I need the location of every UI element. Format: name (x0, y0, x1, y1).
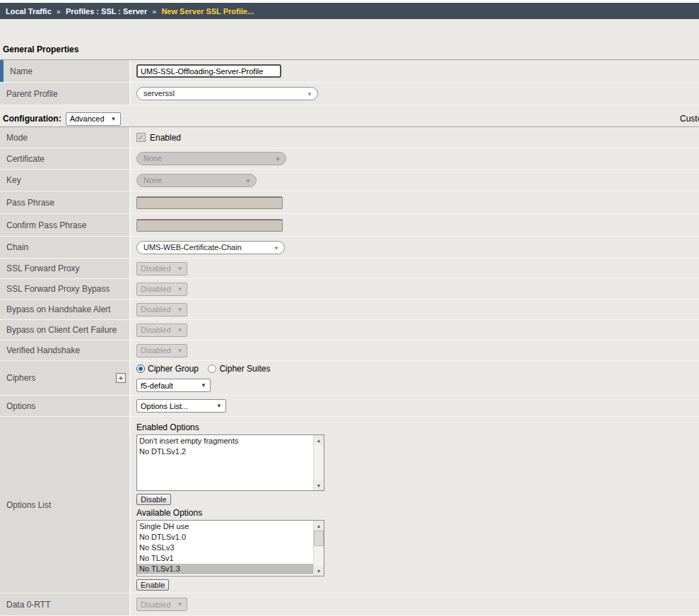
options-list-label: Options List (6, 500, 51, 510)
bypass-on-client-cert-failure-value: Disabled (141, 326, 171, 334)
options-list-stack: Enabled Options Don't insert empty fragm… (136, 417, 324, 595)
list-item[interactable]: Don't insert empty fragments (137, 436, 313, 446)
name-label: Name (10, 66, 33, 76)
cipher-suites-radio[interactable] (208, 365, 216, 373)
chevron-down-icon: ▼ (201, 382, 206, 389)
expand-button[interactable]: + (116, 373, 126, 383)
disable-button[interactable]: Disable (136, 494, 171, 505)
parent-profile-label-cell: Parent Profile (0, 83, 131, 105)
bypass-on-client-cert-failure-select: Disabled ▼ (136, 324, 187, 337)
verified-handshake-select: Disabled ▼ (136, 344, 187, 357)
chevron-down-icon: ▼ (307, 88, 312, 100)
scrollbar-track[interactable] (314, 531, 324, 566)
scrollbar[interactable]: ▲ ▼ (313, 435, 324, 490)
verified-handshake-value: Disabled (141, 346, 171, 355)
options-list-content-cell: Enabled Options Don't insert empty fragm… (131, 417, 699, 593)
ciphers-label-cell: Ciphers + (0, 361, 131, 395)
bypass-on-client-cert-failure-content-cell: Disabled ▼ (131, 320, 699, 340)
data-0rtt-label: Data 0-RTT (6, 600, 50, 610)
cipher-group-radio[interactable] (136, 365, 145, 373)
ssl-forward-proxy-content-cell: Disabled ▼ (131, 259, 699, 278)
chain-select[interactable]: UMS-WEB-Certificate-Chain ▼ (136, 241, 285, 254)
row-ssl-forward-proxy: SSL Forward Proxy Disabled ▼ (0, 259, 699, 279)
parent-profile-label: Parent Profile (6, 89, 58, 99)
configuration-label: Configuration: (3, 114, 61, 124)
scrollbar[interactable]: ▲ ▼ (313, 521, 324, 576)
bypass-on-client-cert-failure-label: Bypass on Client Cert Failure (6, 325, 117, 335)
cipher-group-option: Cipher Group (136, 364, 199, 374)
row-ciphers: Ciphers + Cipher Group Cipher Suites f5-… (0, 361, 699, 396)
parent-profile-value: serverssl (143, 89, 175, 97)
cipher-suites-option: Cipher Suites (208, 364, 270, 374)
pass-phrase-label: Pass Phrase (6, 198, 54, 208)
chevron-down-icon: ▼ (177, 348, 183, 354)
data-0rtt-content-cell: Disabled ▼ (131, 593, 699, 615)
chevron-down-icon: ▼ (275, 153, 281, 165)
row-options: Options Options List... ▼ (0, 396, 699, 417)
row-data-0rtt: Data 0-RTT Disabled ▼ (0, 593, 699, 616)
name-label-cell: Name (0, 60, 131, 82)
list-item[interactable]: No TLSv1 (137, 553, 313, 564)
configuration-header: Configuration: Advanced ▼ Custom (0, 111, 699, 126)
row-bypass-on-handshake-alert: Bypass on Handshake Alert Disabled ▼ (0, 300, 699, 320)
verified-handshake-content-cell: Disabled ▼ (131, 340, 699, 360)
parent-profile-select[interactable]: serverssl ▼ (136, 87, 318, 100)
row-verified-handshake: Verified Handshake Disabled ▼ (0, 340, 699, 361)
pass-phrase-input (136, 196, 283, 209)
options-select[interactable]: Options List... ▼ (136, 399, 226, 413)
general-properties-heading: General Properties (3, 45, 699, 54)
breadcrumb-path[interactable]: Profiles : SSL : Server (66, 7, 147, 16)
cipher-suites-radio-label: Cipher Suites (219, 364, 270, 374)
confirm-pass-phrase-label-cell: Confirm Pass Phrase (0, 214, 131, 236)
ciphers-label: Ciphers (6, 373, 35, 383)
chevron-down-icon: ▼ (111, 116, 117, 122)
parent-profile-content-cell: serverssl ▼ (131, 83, 699, 105)
available-options-listbox[interactable]: Single DH use No DTLSv1.0 No SSLv3 No TL… (136, 520, 324, 576)
cipher-group-select[interactable]: f5-default ▼ (136, 379, 211, 392)
certificate-label: Certificate (6, 154, 45, 164)
row-bypass-on-client-cert-failure: Bypass on Client Cert Failure Disabled ▼ (0, 320, 699, 340)
name-input[interactable] (136, 64, 281, 78)
key-select: None ▼ (136, 174, 257, 187)
scrollbar-thumb[interactable] (314, 531, 324, 546)
scroll-down-icon[interactable]: ▼ (314, 480, 324, 490)
key-label-cell: Key (0, 170, 131, 191)
scroll-up-icon[interactable]: ▲ (314, 435, 324, 445)
available-options-items: Single DH use No DTLSv1.0 No SSLv3 No TL… (137, 521, 313, 576)
scrollbar-track[interactable] (314, 445, 324, 480)
chain-label: Chain (6, 242, 28, 252)
bypass-on-handshake-alert-label-cell: Bypass on Handshake Alert (0, 300, 131, 319)
data-0rtt-value: Disabled (141, 600, 171, 609)
row-name: Name (0, 60, 699, 83)
options-label-cell: Options (0, 396, 131, 416)
list-item[interactable]: No SSLv3 (137, 543, 313, 553)
scroll-up-icon[interactable]: ▲ (314, 521, 324, 531)
row-pass-phrase: Pass Phrase (0, 191, 699, 214)
pass-phrase-content-cell (131, 191, 699, 213)
ssl-forward-proxy-bypass-content-cell: Disabled ▼ (131, 279, 699, 299)
list-item-selected[interactable]: No TLSv1.3 (137, 564, 313, 574)
chain-label-cell: Chain (0, 237, 131, 258)
enable-button[interactable]: Enable (136, 579, 169, 591)
row-ssl-forward-proxy-bypass: SSL Forward Proxy Bypass Disabled ▼ (0, 279, 699, 300)
mode-checkbox: ✓ (136, 133, 146, 142)
ssl-forward-proxy-label-cell: SSL Forward Proxy (0, 259, 131, 278)
ssl-forward-proxy-label: SSL Forward Proxy (6, 263, 80, 273)
mode-label-cell: Mode (0, 127, 131, 148)
enabled-options-listbox[interactable]: Don't insert empty fragments No DTLSv1.2… (136, 434, 324, 491)
list-item[interactable]: No DTLSv1.0 (137, 532, 313, 543)
list-item[interactable]: Single DH use (137, 521, 313, 532)
chevron-down-icon: ▼ (177, 601, 183, 608)
confirm-pass-phrase-label: Confirm Pass Phrase (6, 220, 86, 230)
breadcrumb-section[interactable]: Local Traffic (6, 7, 52, 16)
breadcrumb-separator: » (152, 7, 156, 16)
enabled-options-title: Enabled Options (136, 422, 199, 432)
scroll-down-icon[interactable]: ▼ (314, 566, 324, 576)
configuration-level-select[interactable]: Advanced ▼ (66, 112, 121, 126)
key-value: None (143, 176, 162, 184)
row-options-list: Options List Enabled Options Don't inser… (0, 417, 699, 593)
ssl-forward-proxy-bypass-label-cell: SSL Forward Proxy Bypass (0, 279, 131, 299)
options-content-cell: Options List... ▼ (131, 396, 699, 416)
row-mode: Mode ✓ Enabled (0, 127, 699, 148)
list-item[interactable]: No DTLSv1.2 (137, 446, 313, 457)
